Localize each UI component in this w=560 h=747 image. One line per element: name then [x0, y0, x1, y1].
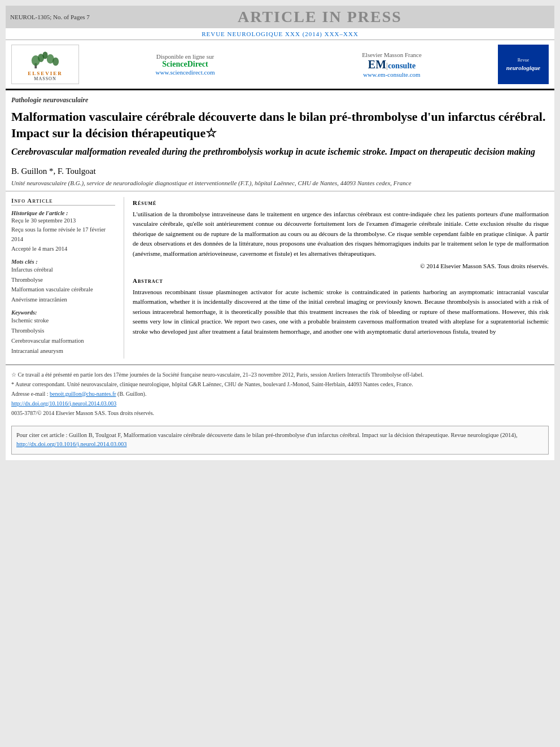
abstract-col: Résumé L'utilisation de la thrombolyse i…	[124, 197, 549, 359]
page: NEUROL-1305; No. of Pages 7 ARTICLE IN P…	[6, 6, 554, 460]
abstract-text: Intravenous recombinant tissue plasminog…	[133, 287, 549, 337]
info-article-title: Info Article	[11, 197, 115, 206]
header-bar: NEUROL-1305; No. of Pages 7 ARTICLE IN P…	[6, 6, 554, 28]
elsevier-brand: ELSEVIER	[28, 71, 63, 76]
em-consulte-col: Elsevier Masson France EM|consulte www.e…	[291, 51, 492, 78]
mots-cles-section: Mots clés : Infarctus cérébral Thromboly…	[11, 259, 115, 305]
accepte: Accepté le 4 mars 2014	[11, 244, 115, 254]
doi-link[interactable]: http://dx.doi.org/10.1016/j.neurol.2014.…	[11, 400, 116, 407]
article-subtitle: Cerebrovascular malformation revealed du…	[6, 143, 554, 163]
recu2: Reçu sous la forme révisée le 17 février…	[11, 225, 115, 244]
authors: B. Guillon *, F. Toulgoat	[6, 163, 554, 178]
keyword-1: Ischemic stroke	[11, 316, 115, 326]
issn-footnote: 0035-3787/© 2014 Elsevier Masson SAS. To…	[11, 408, 549, 418]
doc-id: NEUROL-1305; No. of Pages 7	[10, 14, 90, 20]
keyword-2: Thrombolysis	[11, 326, 115, 336]
copyright: © 2014 Elsevier Masson SAS. Tous droits …	[133, 263, 549, 269]
keywords-label: Keywords:	[11, 309, 115, 316]
section-category: Pathologie neurovasculaire	[6, 90, 554, 107]
corresp-footnote: * Auteur correspondant. Unité neurovascu…	[11, 379, 549, 389]
email-note: (B. Guillon).	[117, 391, 146, 397]
mots-cle-4: Anévrisme intracrânien	[11, 295, 115, 305]
article-main-title: Malformation vasculaire cérébrale découv…	[6, 107, 554, 143]
keyword-4: Intracranial aneurysm	[11, 346, 115, 356]
info-article-col: Info Article Historique de l'article : R…	[11, 197, 124, 359]
resume-title: Résumé	[133, 199, 549, 206]
citation-text: Pour citer cet article : Guillon B, Toul…	[16, 432, 518, 438]
masson-brand: MASSON	[34, 76, 56, 81]
available-online-col: Disponible en ligne sur ScienceDirect ww…	[85, 53, 286, 76]
author-names: B. Guillon *, F. Toulgoat	[11, 167, 96, 176]
mots-cles-label: Mots clés :	[11, 259, 115, 265]
em-url: www.em-consulte.com	[291, 71, 492, 78]
sciencedirect-label: ScienceDirect	[85, 60, 286, 69]
historique-section: Historique de l'article : Reçu le 30 sep…	[11, 210, 115, 254]
mots-cle-2: Thrombolyse	[11, 275, 115, 285]
mots-cle-3: Malformation vasculaire cérébrale	[11, 285, 115, 295]
historique-label: Historique de l'article :	[11, 210, 115, 216]
doi-footnote: http://dx.doi.org/10.1016/j.neurol.2014.…	[11, 399, 549, 408]
citation-box: Pour citer cet article : Guillon B, Toul…	[11, 426, 549, 455]
abstract-title: Abstract	[133, 277, 549, 284]
footnotes: ☆ Ce travail a été présenté en partie lo…	[6, 365, 554, 422]
email-link[interactable]: benoit.guillon@chu-nantes.fr	[50, 391, 116, 397]
article-in-press-title: ARTICLE IN PRESS	[90, 8, 550, 26]
em-logo: EM|consulte	[291, 58, 492, 71]
journal-line: REVUE NEUROLOGIQUE XXX (2014) XXX–XXX	[6, 28, 554, 40]
logo-row: ELSEVIER MASSON Disponible en ligne sur …	[6, 40, 554, 90]
keyword-3: Cerebrovascular malformation	[11, 336, 115, 346]
svg-point-5	[53, 58, 59, 66]
star-footnote: ☆ Ce travail a été présenté en partie lo…	[11, 370, 549, 379]
affiliation: Unité neurovasculaire (B.G.), service de…	[6, 178, 554, 191]
two-col-section: Info Article Historique de l'article : R…	[6, 191, 554, 365]
elsevier-logo: ELSEVIER MASSON	[11, 45, 79, 84]
em-label: Elsevier Masson France	[291, 51, 492, 58]
recu1: Reçu le 30 septembre 2013	[11, 216, 115, 226]
sciencedirect-url: www.sciencedirect.com	[85, 69, 286, 76]
revue-neurologique-logo: Revue neurologique	[498, 45, 549, 84]
resume-text: L'utilisation de la thrombolyse intravei…	[133, 209, 549, 259]
available-label: Disponible en ligne sur	[85, 53, 286, 60]
citation-doi-link[interactable]: http://dx.doi.org/10.1016/j.neurol.2014.…	[16, 441, 127, 447]
email-label: Adresse e-mail :	[11, 391, 49, 397]
email-footnote: Adresse e-mail : benoit.guillon@chu-nant…	[11, 389, 549, 399]
mots-cle-1: Infarctus cérébral	[11, 265, 115, 275]
keywords-section: Keywords: Ischemic stroke Thrombolysis C…	[11, 309, 115, 356]
